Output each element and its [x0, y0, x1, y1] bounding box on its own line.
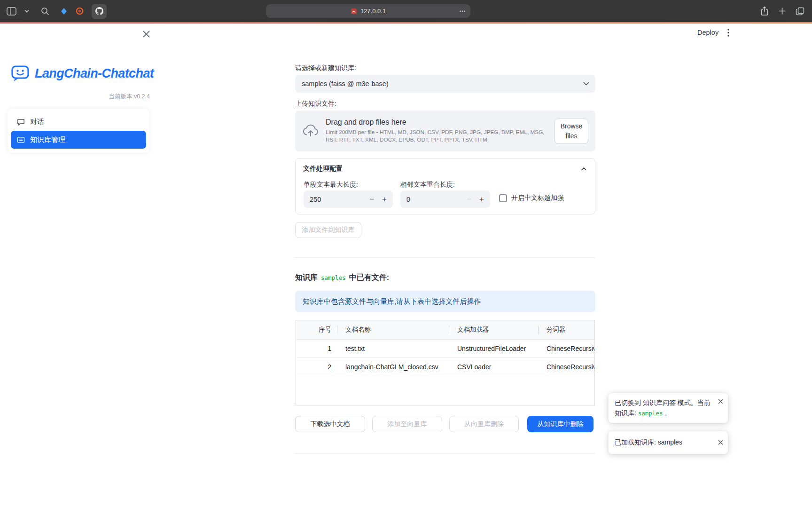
tab-overview-icon[interactable]	[796, 7, 804, 16]
col-header-name[interactable]: 文档名称	[337, 320, 449, 339]
existing-files-heading: 知识库 samples 中已有文件:	[295, 273, 389, 283]
dropzone-title: Drag and drop files here	[326, 118, 554, 127]
sidebar: LangChain-Chatchat 当前版本:v0.2.4 对话	[0, 24, 157, 508]
deploy-button[interactable]: Deploy	[697, 29, 718, 36]
toast-kb-loaded: 已加载知识库: samples	[609, 431, 728, 454]
chevron-up-icon	[580, 166, 587, 173]
main-menu-icon[interactable]	[724, 28, 733, 37]
table-row[interactable]: 1 test.txt UnstructuredFileLoader Chines…	[296, 340, 594, 358]
screen: 127.0.0.1	[0, 0, 812, 508]
col-header-loader[interactable]: 文档加载器	[449, 320, 539, 339]
chunk-size-label: 单段文本最大长度:	[304, 181, 358, 189]
overlap-size-value: 0	[406, 196, 410, 203]
cloud-upload-icon	[302, 123, 319, 139]
delete-from-kb-button[interactable]: 从知识库中删除	[527, 416, 593, 432]
page-settings-icon[interactable]	[459, 8, 466, 15]
toast-mode-switched: 已切换到 知识库问答 模式。当前知识库: samples 。	[609, 393, 728, 423]
zh-title-checkbox[interactable]	[499, 194, 507, 202]
expander-title: 文件处理配置	[303, 165, 343, 173]
chunk-plus-button[interactable]: +	[382, 195, 387, 203]
sidebar-item-kb-management[interactable]: 知识库管理	[11, 131, 146, 149]
share-icon[interactable]	[760, 6, 769, 16]
divider	[295, 257, 595, 258]
info-text: 知识库中包含源文件与向量库,请从下表中选择文件后操作	[303, 297, 481, 306]
browse-files-button[interactable]: Browse files	[554, 119, 588, 144]
overlap-size-input[interactable]: 0 − +	[400, 190, 490, 208]
dropzone-text: Drag and drop files here Limit 200MB per…	[326, 118, 554, 143]
expander-header[interactable]: 文件处理配置	[296, 159, 595, 179]
download-selected-button[interactable]: 下载选中文档	[295, 416, 365, 432]
chevron-down-icon[interactable]	[24, 9, 29, 13]
col-header-index[interactable]: 序号	[296, 320, 337, 339]
upload-label: 上传知识文件:	[295, 100, 336, 108]
sidebar-close-icon[interactable]	[142, 30, 150, 38]
delete-from-vector-button: 从向量库删除	[449, 416, 519, 432]
kb-name-code: samples	[638, 410, 663, 417]
overlap-plus-button[interactable]: +	[479, 195, 484, 203]
files-table: 序号 文档名称 文档加载器 分词器 1 test.txt Unstructure…	[296, 320, 595, 405]
app-logo: LangChain-Chatchat	[11, 65, 154, 82]
chat-bubble-icon	[17, 118, 25, 126]
kb-select-label: 请选择或新建知识库:	[295, 64, 356, 72]
kb-select-value: samples (faiss @ m3e-base)	[302, 80, 389, 87]
table-header-row: 序号 文档名称 文档加载器 分词器	[296, 320, 594, 340]
overlap-size-label: 相邻文本重合长度:	[400, 181, 455, 189]
new-tab-icon[interactable]	[778, 7, 786, 15]
toast-text: 已切换到 知识库问答 模式。当前知识库: samples 。	[615, 399, 710, 417]
divider	[295, 453, 595, 454]
pinned-tab-blue-icon[interactable]	[60, 8, 68, 15]
close-icon[interactable]	[718, 439, 724, 445]
github-tab[interactable]	[92, 4, 107, 19]
chunk-minus-button[interactable]: −	[369, 195, 374, 203]
add-files-button: 添加文件到知识库	[295, 222, 361, 238]
zh-title-checkbox-row: 开启中文标题加强	[499, 194, 564, 202]
pinned-tab-orange-icon[interactable]	[76, 7, 84, 15]
logo-chat-icon	[11, 65, 30, 82]
col-header-splitter[interactable]: 分词器	[539, 320, 595, 339]
chunk-size-input[interactable]: 250 − +	[304, 190, 393, 208]
heading-prefix: 知识库	[295, 273, 318, 283]
heading-suffix: 中已有文件:	[349, 273, 389, 283]
browser-toolbar: 127.0.0.1	[0, 0, 812, 22]
site-favicon-icon	[351, 8, 357, 15]
url-text: 127.0.0.1	[360, 8, 386, 15]
table-row[interactable]: 2 langchain-ChatGLM_closed.csv CSVLoader…	[296, 358, 594, 376]
zh-title-checkbox-label: 开启中文标题加强	[511, 194, 564, 202]
search-icon[interactable]	[41, 7, 49, 16]
info-alert: 知识库中包含源文件与向量库,请从下表中选择文件后操作	[295, 291, 595, 312]
knowledge-base-icon	[17, 136, 25, 144]
dropzone-hint: Limit 200MB per file • HTML, MD, JSON, C…	[326, 129, 553, 143]
kb-name-code: samples	[321, 274, 346, 281]
toast-text: 已加载知识库: samples	[615, 437, 682, 448]
kb-select[interactable]: samples (faiss @ m3e-base)	[295, 75, 595, 93]
chevron-down-icon	[582, 79, 590, 89]
close-icon[interactable]	[718, 398, 724, 405]
sidebar-item-label: 知识库管理	[30, 135, 65, 144]
add-to-vector-button: 添加至向量库	[372, 416, 442, 432]
address-bar[interactable]: 127.0.0.1	[266, 4, 470, 18]
sidebar-item-label: 对话	[30, 118, 44, 127]
chunk-size-value: 250	[310, 196, 321, 203]
overlap-minus-button: −	[467, 195, 471, 203]
sidebar-item-chat[interactable]: 对话	[11, 113, 146, 131]
file-config-expander: 文件处理配置 单段文本最大长度: 250 − + 相邻文本重合长度: 0 − +	[295, 158, 595, 214]
github-icon	[95, 7, 103, 15]
version-label: 当前版本:v0.2.4	[109, 93, 150, 101]
logo-text: LangChain-Chatchat	[35, 66, 154, 81]
sidebar-menu: 对话 知识库管理	[8, 109, 149, 153]
file-dropzone[interactable]: Drag and drop files here Limit 200MB per…	[295, 111, 595, 151]
sidebar-toggle-icon[interactable]	[7, 7, 16, 16]
